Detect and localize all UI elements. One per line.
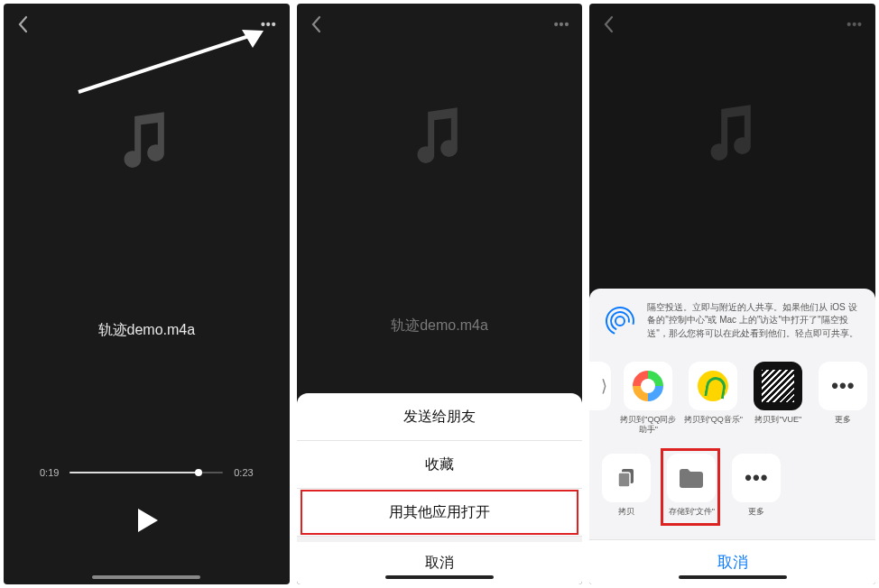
airdrop-icon[interactable] [602,303,638,339]
highlight-box [661,448,720,526]
filename-label: 轨迹demo.m4a [391,317,488,335]
share-sheet: 隔空投送。立即与附近的人共享。如果他们从 iOS 设备的"控制中心"或 Mac … [589,289,875,584]
menu-favorite[interactable]: 收藏 [297,441,583,489]
time-current: 0:19 [40,467,59,478]
action-label: 更多 [748,507,764,525]
more-button[interactable]: ••• [554,17,570,32]
screen-3-share: ••• 隔空投送。立即与附近的人共享。如果他们从 iOS 设备的"控制中心"或 … [589,4,875,584]
action-copy-icon[interactable] [602,454,651,502]
action-sheet: 发送给朋友 收藏 用其他应用打开 取消 [297,393,583,584]
timeline[interactable]: 0:19 0:23 [40,467,254,478]
screen-1-player: ••• 轨迹demo.m4a 0:19 0:23 [4,4,290,584]
watermark: 头条 @APP猿 [768,547,859,566]
svg-point-3 [608,309,633,334]
app-icon-qqmusic[interactable] [689,362,737,410]
svg-rect-6 [618,473,630,487]
app-icon-more[interactable]: ••• [819,362,867,410]
menu-send-to-friend[interactable]: 发送给朋友 [297,393,583,441]
filename-label: 轨迹demo.m4a [98,321,196,340]
action-more-icon[interactable]: ••• [732,454,781,502]
svg-point-4 [603,304,637,338]
music-note-icon [412,106,467,172]
app-icon-vue[interactable] [754,362,802,410]
app-icon-cropped[interactable]: ⟩ [589,362,611,410]
action-row[interactable]: 拷贝 存储到"文件" ••• 更多 [589,443,875,539]
action-label: 拷贝 [618,507,634,525]
app-label: 拷贝到"VUE" [754,415,801,433]
app-icon-qqsync[interactable] [624,362,672,410]
home-indicator[interactable] [385,575,494,579]
home-indicator[interactable] [679,575,787,579]
music-note-icon [119,110,173,177]
svg-point-2 [615,317,625,326]
play-button[interactable] [131,505,162,539]
back-button[interactable] [16,15,29,33]
time-total: 0:23 [234,467,253,478]
progress-track[interactable] [69,472,223,473]
screen-2-menu: ••• 轨迹demo.m4a 发送给朋友 收藏 用其他应用打开 取消 [297,4,583,584]
home-indicator[interactable] [92,575,200,579]
app-label: 拷贝到"QQ同步助手" [618,415,678,434]
more-button[interactable]: ••• [261,17,277,32]
app-label: 拷贝到"QQ音乐" [684,415,743,433]
app-share-row[interactable]: ⟩ 拷贝到"QQ同步助手" 拷贝到"QQ音乐" 拷贝到"VUE" ••• [589,353,875,443]
back-button[interactable] [310,15,322,33]
airdrop-description: 隔空投送。立即与附近的人共享。如果他们从 iOS 设备的"控制中心"或 Mac … [647,301,863,341]
menu-open-with[interactable]: 用其他应用打开 [297,489,583,537]
app-label: 更多 [835,415,851,433]
